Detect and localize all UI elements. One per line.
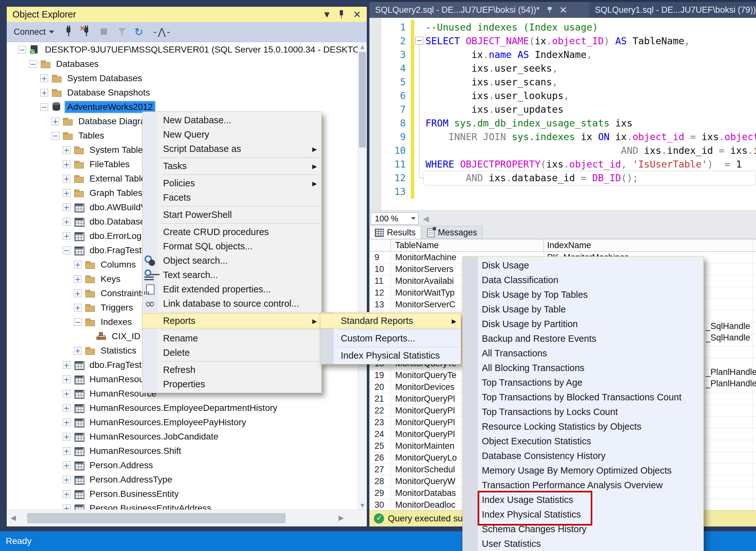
disconnect-plug-icon[interactable]: ✕ bbox=[81, 26, 92, 37]
tree-item-databases[interactable]: −Databases bbox=[7, 57, 358, 71]
menu-item-data-classification[interactable]: Data Classification bbox=[463, 272, 703, 287]
menu-item-create-crud-procedures[interactable]: Create CRUD procedures bbox=[143, 225, 321, 239]
menu-item-refresh[interactable]: Refresh bbox=[143, 363, 321, 377]
menu-item-new-database[interactable]: New Database... bbox=[143, 113, 321, 127]
menu-item-index-usage-statistics[interactable]: Index Usage Statistics bbox=[463, 492, 703, 507]
tree-item-database-snapshots[interactable]: +Database Snapshots bbox=[7, 85, 358, 100]
menu-item-object-execution-statistics[interactable]: Object Execution Statistics bbox=[463, 434, 703, 449]
tree-expander-icon[interactable]: + bbox=[63, 476, 70, 484]
tree-expander-icon[interactable]: + bbox=[63, 490, 70, 498]
tree-expander-icon[interactable]: + bbox=[63, 419, 70, 426]
close-icon[interactable]: ✕ bbox=[353, 9, 361, 20]
menu-item-database-consistency-history[interactable]: Database Consistency History bbox=[463, 449, 703, 463]
object-explorer-titlebar[interactable]: Object Explorer ▼ ✕ bbox=[7, 7, 367, 22]
tree-item-person-businessentityaddress[interactable]: +Person.BusinessEntityAddress bbox=[7, 501, 358, 510]
menu-item-edit-extended-properties[interactable]: Edit extended properties... bbox=[143, 282, 321, 297]
tree-expander-icon[interactable]: + bbox=[63, 361, 70, 369]
tree-expander-icon[interactable]: + bbox=[63, 433, 70, 441]
tree-item-humanresources-employeedepartmenthistory[interactable]: +HumanResources.EmployeeDepartmentHistor… bbox=[7, 401, 358, 415]
scrollbar-thumb[interactable] bbox=[27, 513, 286, 523]
scroll-left-icon[interactable]: ◀ bbox=[423, 214, 429, 223]
menu-item-index-physical-statistics[interactable]: Index Physical Statistics bbox=[463, 507, 703, 522]
tree-expander-icon[interactable]: + bbox=[63, 189, 70, 197]
menu-item-disk-usage-by-top-tables[interactable]: Disk Usage by Top Tables bbox=[463, 287, 703, 302]
tree-item-humanresources-jobcandidate[interactable]: +HumanResources.JobCandidate bbox=[7, 429, 358, 444]
menu-item-disk-usage-by-partition[interactable]: Disk Usage by Partition bbox=[463, 317, 703, 331]
scroll-up-icon[interactable]: ▲ bbox=[358, 42, 367, 51]
column-header-tablename[interactable]: TableName bbox=[391, 239, 544, 251]
menu-item-user-statistics[interactable]: User Statistics bbox=[463, 536, 703, 551]
pin-icon[interactable] bbox=[548, 6, 552, 14]
tree-expander-icon[interactable]: + bbox=[74, 347, 81, 355]
tree-expander-icon[interactable]: + bbox=[63, 175, 70, 182]
menu-item-rename[interactable]: Rename bbox=[143, 331, 321, 346]
tree-expander-icon[interactable]: + bbox=[63, 376, 70, 383]
menu-item-reports[interactable]: Reports▶ bbox=[143, 314, 321, 329]
tree-expander-icon[interactable]: + bbox=[63, 505, 70, 510]
menu-item-delete[interactable]: Delete bbox=[143, 346, 321, 360]
tree-item-person-address[interactable]: +Person.Address bbox=[7, 458, 358, 472]
tree-item-person-addresstype[interactable]: +Person.AddressType bbox=[7, 472, 358, 487]
column-header-indexname[interactable]: IndexName bbox=[544, 239, 756, 251]
menu-item-start-powershell[interactable]: Start PowerShell bbox=[143, 208, 321, 222]
tree-expander-icon[interactable]: + bbox=[40, 74, 48, 82]
tree-item-system-databases[interactable]: +System Databases bbox=[7, 71, 358, 85]
menu-item-text-search[interactable]: Text search... bbox=[143, 268, 321, 282]
tab-messages[interactable]: Messages bbox=[422, 226, 483, 239]
menu-item-disk-usage-by-table[interactable]: Disk Usage by Table bbox=[463, 302, 703, 317]
tree-expander-icon[interactable]: + bbox=[63, 203, 70, 211]
tree-expander-icon[interactable]: + bbox=[63, 146, 70, 154]
menu-item-facets[interactable]: Facets bbox=[143, 190, 321, 205]
tree-expander-icon[interactable]: + bbox=[63, 447, 70, 455]
tree-expander-icon[interactable]: + bbox=[63, 232, 70, 240]
refresh-icon[interactable]: ↻ bbox=[134, 26, 145, 37]
menu-item-all-transactions[interactable]: All Transactions bbox=[463, 346, 703, 361]
menu-item-top-transactions-by-locks-count[interactable]: Top Transactions by Locks Count bbox=[463, 405, 703, 419]
menu-item-tasks[interactable]: Tasks▶ bbox=[143, 159, 321, 173]
tree-expander-icon[interactable]: + bbox=[63, 462, 70, 469]
menu-item-new-query[interactable]: New Query bbox=[143, 127, 321, 142]
tree-item-humanresources-shift[interactable]: +HumanResources.Shift bbox=[7, 444, 358, 458]
tree-expander-icon[interactable]: + bbox=[74, 304, 81, 312]
menu-item-transaction-performance-analysis-overview[interactable]: Transaction Performance Analysis Overvie… bbox=[463, 478, 703, 492]
scroll-down-icon[interactable]: ▼ bbox=[358, 501, 367, 510]
tree-expander-icon[interactable]: − bbox=[63, 246, 70, 254]
tree-expander-icon[interactable]: + bbox=[63, 160, 70, 168]
tree-expander-icon[interactable]: − bbox=[74, 318, 81, 326]
tree-expander-icon[interactable]: − bbox=[29, 60, 37, 68]
tree-item-desktop-9ju7uef-mssqlserver01-sql-server-15-0-1000-34-desktop-9[interactable]: −DESKTOP-9JU7UEF\MSSQLSERVER01 (SQL Serv… bbox=[7, 42, 358, 57]
menu-item-top-transactions-by-age[interactable]: Top Transactions by Age bbox=[463, 375, 703, 390]
window-position-chevron-icon[interactable]: ▼ bbox=[324, 11, 329, 18]
menu-item-disk-usage[interactable]: Disk Usage bbox=[463, 258, 703, 272]
tree-expander-icon[interactable]: − bbox=[52, 132, 59, 139]
scroll-right-icon[interactable]: ▶ bbox=[338, 514, 344, 522]
tree-expander-icon[interactable]: + bbox=[74, 275, 81, 283]
scrollbar-thumb[interactable] bbox=[359, 52, 366, 147]
menu-item-top-transactions-by-blocked-transactions-count[interactable]: Top Transactions by Blocked Transactions… bbox=[463, 390, 703, 405]
tab-sqlquery2[interactable]: SQLQuery2.sql - DE...JU7UEF\boksi (54))*… bbox=[369, 2, 600, 18]
zoom-select[interactable]: 100 % bbox=[371, 212, 419, 224]
menu-item-schema-changes-history[interactable]: Schema Changes History bbox=[463, 522, 703, 536]
tree-item-humanresources-employeepayhistory[interactable]: +HumanResources.EmployeePayHistory bbox=[7, 415, 358, 429]
tree-expander-icon[interactable]: + bbox=[63, 404, 70, 412]
tree-expander-icon[interactable]: + bbox=[74, 261, 81, 268]
tab-results[interactable]: Results bbox=[369, 226, 421, 239]
tree-expander-icon[interactable]: − bbox=[18, 46, 26, 53]
menu-item-link-database-to-source-control[interactable]: ∞Link database to source control... bbox=[143, 297, 321, 311]
sql-editor[interactable]: 12345678910111213 --Unused indexes (Inde… bbox=[369, 18, 756, 210]
vertical-scrollbar[interactable]: ▲ ▼ bbox=[357, 42, 367, 510]
menu-item-policies[interactable]: Policies▶ bbox=[143, 176, 321, 190]
connect-button[interactable]: Connect bbox=[12, 26, 56, 38]
tree-expander-icon[interactable]: + bbox=[40, 89, 48, 96]
horizontal-scrollbar[interactable]: ◀ ▶ bbox=[7, 510, 367, 526]
menu-item-memory-usage-by-memory-optimized-objects[interactable]: Memory Usage By Memory Optimized Objects bbox=[463, 463, 703, 478]
menu-item-object-search[interactable]: Object search... bbox=[143, 253, 321, 268]
tree-expander-icon[interactable]: + bbox=[52, 117, 59, 125]
menu-item-resource-locking-statistics-by-objects[interactable]: Resource Locking Statistics by Objects bbox=[463, 419, 703, 434]
collapse-region-icon[interactable]: − bbox=[415, 37, 423, 45]
menu-item-all-blocking-transactions[interactable]: All Blocking Transactions bbox=[463, 361, 703, 375]
menu-item-format-sql-objects[interactable]: Format SQL objects... bbox=[143, 239, 321, 253]
tree-expander-icon[interactable]: + bbox=[74, 290, 81, 297]
menu-item-properties[interactable]: Properties bbox=[143, 377, 321, 392]
activity-monitor-icon[interactable]: -⋀- bbox=[152, 26, 163, 37]
